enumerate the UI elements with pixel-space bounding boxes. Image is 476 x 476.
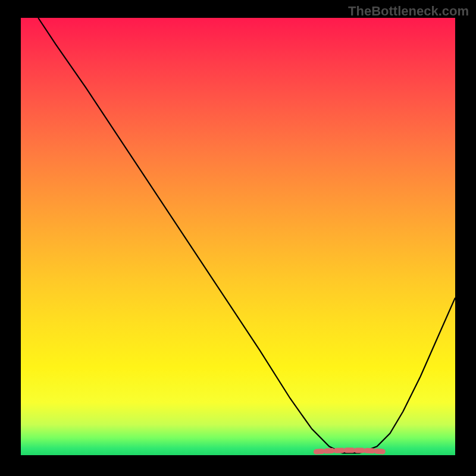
optimal-zone-highlight (316, 450, 386, 452)
watermark-text: TheBottleneck.com (348, 4, 469, 19)
chart-svg (21, 18, 455, 455)
bottleneck-curve-line (38, 18, 455, 453)
chart-plot-area (21, 18, 455, 455)
